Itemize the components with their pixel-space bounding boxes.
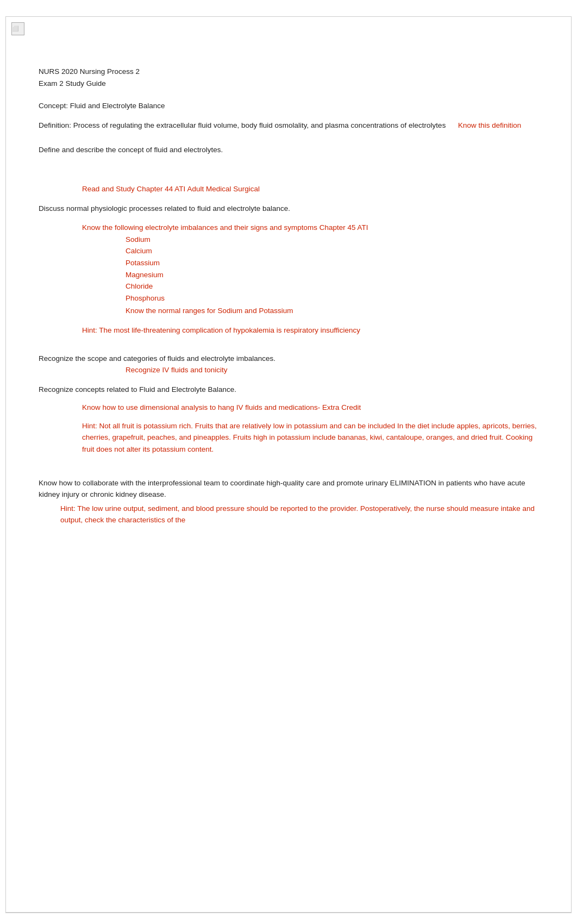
hint1-section: Hint: The most life-threatening complica… (39, 324, 538, 336)
broken-image-icon (11, 22, 24, 35)
electrolyte-potassium: Potassium (126, 257, 538, 269)
define-section: Define and describe the concept of fluid… (39, 144, 538, 156)
electrolyte-chloride: Chloride (126, 280, 538, 292)
definition-section: Definition: Process of regulating the ex… (39, 120, 538, 132)
discuss-text: Discuss normal physiologic processes rel… (39, 203, 538, 215)
read-study-text: Read and Study Chapter 44 ATI Adult Medi… (82, 185, 260, 193)
title-section: NURS 2020 Nursing Process 2 Exam 2 Study… (39, 66, 538, 89)
footer-line (6, 912, 571, 913)
discuss-section: Discuss normal physiologic processes rel… (39, 203, 538, 215)
definition-highlight: Know this definition (458, 121, 521, 129)
collaborate-hint: Hint: The low urine output, sediment, an… (39, 503, 538, 526)
collaborate-text: Know how to collaborate with the interpr… (39, 477, 538, 501)
know-how-section: Know how to use dimensional analysis to … (39, 402, 538, 414)
hint-fruit-text: Hint: Not all fruit is potassium rich. F… (82, 420, 538, 455)
electrolyte-magnesium: Magnesium (126, 269, 538, 281)
read-study-section: Read and Study Chapter 44 ATI Adult Medi… (39, 183, 538, 195)
concept-title: Concept: Fluid and Electrolyte Balance (39, 100, 538, 112)
definition-text: Definition: Process of regulating the ex… (39, 120, 538, 132)
recognize1-sub: Recognize IV fluids and tonicity (39, 364, 538, 376)
recognize1-text: Recognize the scope and categories of fl… (39, 353, 538, 365)
collaborate-hint-text: Hint: The low urine output, sediment, an… (60, 504, 535, 525)
normal-ranges-text: Know the normal ranges for Sodium and Po… (126, 307, 293, 315)
hint-fruit-section: Hint: Not all fruit is potassium rich. F… (39, 420, 538, 455)
recognize1-sub-text: Recognize IV fluids and tonicity (126, 366, 228, 374)
electrolyte-sodium: Sodium (126, 234, 538, 246)
collaborate-section: Know how to collaborate with the interpr… (39, 477, 538, 526)
recognize2-section: Recognize concepts related to Fluid and … (39, 384, 538, 396)
know-how-text: Know how to use dimensional analysis to … (82, 403, 361, 411)
hint1-text: Hint: The most life-threatening complica… (82, 326, 360, 334)
electrolyte-list: Sodium Calcium Potassium Magnesium Chlor… (82, 234, 538, 304)
recognize2-text: Recognize concepts related to Fluid and … (39, 384, 538, 396)
title-line-2: Exam 2 Study Guide (39, 78, 538, 90)
definition-prefix: Definition: Process of regulating the ex… (39, 121, 446, 129)
recognize1-section: Recognize the scope and categories of fl… (39, 353, 538, 376)
page-border: NURS 2020 Nursing Process 2 Exam 2 Study… (5, 16, 572, 913)
electrolyte-calcium: Calcium (126, 245, 538, 257)
electrolyte-phosphorus: Phosphorus (126, 292, 538, 304)
title-line-1: NURS 2020 Nursing Process 2 (39, 66, 538, 78)
normal-ranges: Know the normal ranges for Sodium and Po… (82, 305, 538, 317)
electrolyte-header: Know the following electrolyte imbalance… (82, 222, 538, 234)
page-container: NURS 2020 Nursing Process 2 Exam 2 Study… (0, 0, 577, 924)
define-text: Define and describe the concept of fluid… (39, 144, 538, 156)
electrolyte-section: Know the following electrolyte imbalance… (39, 222, 538, 317)
concept-section: Concept: Fluid and Electrolyte Balance (39, 100, 538, 112)
